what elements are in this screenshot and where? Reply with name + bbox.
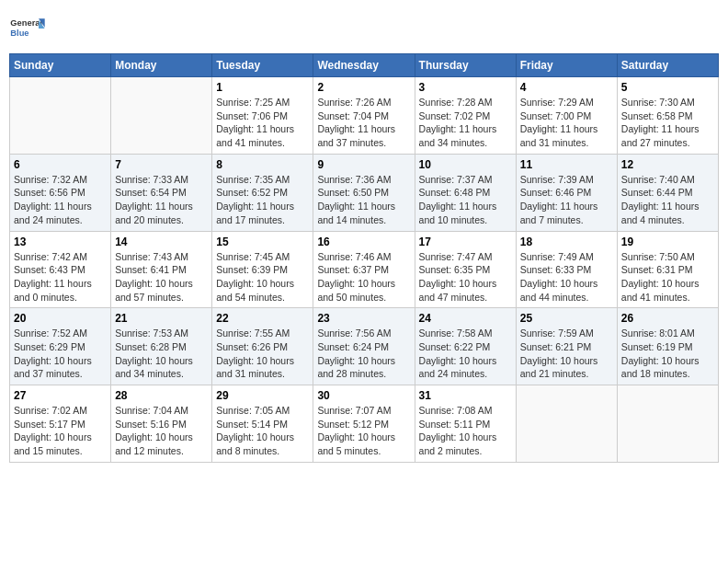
day-number: 31 <box>419 389 512 402</box>
day-number: 22 <box>216 312 309 325</box>
calendar-cell <box>516 385 617 463</box>
day-number: 12 <box>621 158 714 171</box>
day-number: 20 <box>14 312 107 325</box>
day-number: 16 <box>317 236 410 248</box>
day-number: 15 <box>216 236 309 248</box>
calendar-cell: 19Sunrise: 7:50 AM Sunset: 6:31 PM Dayli… <box>617 231 718 308</box>
day-number: 26 <box>621 312 714 325</box>
day-info: Sunrise: 7:47 AM Sunset: 6:35 PM Dayligh… <box>419 250 512 304</box>
day-number: 3 <box>419 81 512 94</box>
calendar-cell: 4Sunrise: 7:29 AM Sunset: 7:00 PM Daylig… <box>516 77 617 155</box>
day-info: Sunrise: 7:32 AM Sunset: 6:56 PM Dayligh… <box>14 173 107 227</box>
calendar-cell: 23Sunrise: 7:56 AM Sunset: 6:24 PM Dayli… <box>313 308 415 385</box>
day-info: Sunrise: 7:02 AM Sunset: 5:17 PM Dayligh… <box>14 404 107 458</box>
day-info: Sunrise: 7:04 AM Sunset: 5:16 PM Dayligh… <box>115 404 208 458</box>
calendar-week-5: 27Sunrise: 7:02 AM Sunset: 5:17 PM Dayli… <box>10 385 719 463</box>
day-info: Sunrise: 7:29 AM Sunset: 7:00 PM Dayligh… <box>520 96 613 150</box>
logo-svg: General Blue <box>9 9 46 46</box>
day-number: 14 <box>115 236 208 248</box>
calendar-week-4: 20Sunrise: 7:52 AM Sunset: 6:29 PM Dayli… <box>10 308 719 385</box>
day-info: Sunrise: 8:01 AM Sunset: 6:19 PM Dayligh… <box>621 327 714 381</box>
day-number: 23 <box>317 312 410 325</box>
calendar-cell: 20Sunrise: 7:52 AM Sunset: 6:29 PM Dayli… <box>10 308 111 385</box>
day-info: Sunrise: 7:59 AM Sunset: 6:21 PM Dayligh… <box>520 327 613 381</box>
calendar-cell: 5Sunrise: 7:30 AM Sunset: 6:58 PM Daylig… <box>617 77 718 155</box>
day-number: 2 <box>317 81 410 94</box>
day-info: Sunrise: 7:40 AM Sunset: 6:44 PM Dayligh… <box>621 173 714 227</box>
calendar-table: SundayMondayTuesdayWednesdayThursdayFrid… <box>9 53 719 463</box>
day-info: Sunrise: 7:08 AM Sunset: 5:11 PM Dayligh… <box>419 404 512 458</box>
calendar-cell <box>10 77 111 155</box>
day-number: 11 <box>520 158 613 171</box>
day-info: Sunrise: 7:25 AM Sunset: 7:06 PM Dayligh… <box>216 96 309 150</box>
day-info: Sunrise: 7:45 AM Sunset: 6:39 PM Dayligh… <box>216 250 309 304</box>
day-number: 30 <box>317 389 410 402</box>
weekday-header-saturday: Saturday <box>617 54 718 77</box>
calendar-cell: 18Sunrise: 7:49 AM Sunset: 6:33 PM Dayli… <box>516 231 617 308</box>
day-number: 10 <box>419 158 512 171</box>
day-number: 29 <box>216 389 309 402</box>
day-number: 1 <box>216 81 309 94</box>
day-number: 24 <box>419 312 512 325</box>
calendar-cell: 11Sunrise: 7:39 AM Sunset: 6:46 PM Dayli… <box>516 154 617 231</box>
weekday-header-tuesday: Tuesday <box>212 54 313 77</box>
calendar-cell: 14Sunrise: 7:43 AM Sunset: 6:41 PM Dayli… <box>111 231 212 308</box>
day-info: Sunrise: 7:37 AM Sunset: 6:48 PM Dayligh… <box>419 173 512 227</box>
day-info: Sunrise: 7:30 AM Sunset: 6:58 PM Dayligh… <box>621 96 714 150</box>
weekday-header-thursday: Thursday <box>415 54 516 77</box>
day-number: 25 <box>520 312 613 325</box>
day-number: 21 <box>115 312 208 325</box>
day-info: Sunrise: 7:46 AM Sunset: 6:37 PM Dayligh… <box>317 250 410 304</box>
calendar-cell <box>111 77 212 155</box>
day-info: Sunrise: 7:56 AM Sunset: 6:24 PM Dayligh… <box>317 327 410 381</box>
day-info: Sunrise: 7:07 AM Sunset: 5:12 PM Dayligh… <box>317 404 410 458</box>
day-info: Sunrise: 7:05 AM Sunset: 5:14 PM Dayligh… <box>216 404 309 458</box>
calendar-cell: 27Sunrise: 7:02 AM Sunset: 5:17 PM Dayli… <box>10 385 111 463</box>
day-info: Sunrise: 7:53 AM Sunset: 6:28 PM Dayligh… <box>115 327 208 381</box>
svg-text:General: General <box>10 18 42 28</box>
calendar-week-3: 13Sunrise: 7:42 AM Sunset: 6:43 PM Dayli… <box>10 231 719 308</box>
calendar-cell: 7Sunrise: 7:33 AM Sunset: 6:54 PM Daylig… <box>111 154 212 231</box>
day-info: Sunrise: 7:49 AM Sunset: 6:33 PM Dayligh… <box>520 250 613 304</box>
calendar-cell: 22Sunrise: 7:55 AM Sunset: 6:26 PM Dayli… <box>212 308 313 385</box>
weekday-header-sunday: Sunday <box>10 54 111 77</box>
day-number: 19 <box>621 236 714 248</box>
calendar-cell: 13Sunrise: 7:42 AM Sunset: 6:43 PM Dayli… <box>10 231 111 308</box>
calendar-cell: 16Sunrise: 7:46 AM Sunset: 6:37 PM Dayli… <box>313 231 415 308</box>
day-info: Sunrise: 7:50 AM Sunset: 6:31 PM Dayligh… <box>621 250 714 304</box>
weekday-header-friday: Friday <box>516 54 617 77</box>
day-info: Sunrise: 7:43 AM Sunset: 6:41 PM Dayligh… <box>115 250 208 304</box>
day-info: Sunrise: 7:39 AM Sunset: 6:46 PM Dayligh… <box>520 173 613 227</box>
calendar-cell: 29Sunrise: 7:05 AM Sunset: 5:14 PM Dayli… <box>212 385 313 463</box>
day-info: Sunrise: 7:35 AM Sunset: 6:52 PM Dayligh… <box>216 173 309 227</box>
day-number: 7 <box>115 158 208 171</box>
day-number: 17 <box>419 236 512 248</box>
weekday-header-wednesday: Wednesday <box>313 54 415 77</box>
day-number: 8 <box>216 158 309 171</box>
calendar-cell: 2Sunrise: 7:26 AM Sunset: 7:04 PM Daylig… <box>313 77 415 155</box>
day-number: 28 <box>115 389 208 402</box>
weekday-header-row: SundayMondayTuesdayWednesdayThursdayFrid… <box>10 54 719 77</box>
calendar-cell: 15Sunrise: 7:45 AM Sunset: 6:39 PM Dayli… <box>212 231 313 308</box>
day-number: 27 <box>14 389 107 402</box>
day-info: Sunrise: 7:52 AM Sunset: 6:29 PM Dayligh… <box>14 327 107 381</box>
logo: General Blue <box>9 9 46 46</box>
calendar-cell <box>617 385 718 463</box>
day-info: Sunrise: 7:42 AM Sunset: 6:43 PM Dayligh… <box>14 250 107 304</box>
day-number: 9 <box>317 158 410 171</box>
day-number: 5 <box>621 81 714 94</box>
calendar-cell: 9Sunrise: 7:36 AM Sunset: 6:50 PM Daylig… <box>313 154 415 231</box>
calendar-cell: 26Sunrise: 8:01 AM Sunset: 6:19 PM Dayli… <box>617 308 718 385</box>
day-info: Sunrise: 7:33 AM Sunset: 6:54 PM Dayligh… <box>115 173 208 227</box>
calendar-cell: 30Sunrise: 7:07 AM Sunset: 5:12 PM Dayli… <box>313 385 415 463</box>
day-info: Sunrise: 7:36 AM Sunset: 6:50 PM Dayligh… <box>317 173 410 227</box>
day-number: 18 <box>520 236 613 248</box>
day-info: Sunrise: 7:28 AM Sunset: 7:02 PM Dayligh… <box>419 96 512 150</box>
calendar-week-2: 6Sunrise: 7:32 AM Sunset: 6:56 PM Daylig… <box>10 154 719 231</box>
day-info: Sunrise: 7:58 AM Sunset: 6:22 PM Dayligh… <box>419 327 512 381</box>
calendar-cell: 10Sunrise: 7:37 AM Sunset: 6:48 PM Dayli… <box>415 154 516 231</box>
calendar-cell: 8Sunrise: 7:35 AM Sunset: 6:52 PM Daylig… <box>212 154 313 231</box>
day-info: Sunrise: 7:26 AM Sunset: 7:04 PM Dayligh… <box>317 96 410 150</box>
page-header: General Blue <box>9 9 719 46</box>
svg-text:Blue: Blue <box>10 29 28 38</box>
